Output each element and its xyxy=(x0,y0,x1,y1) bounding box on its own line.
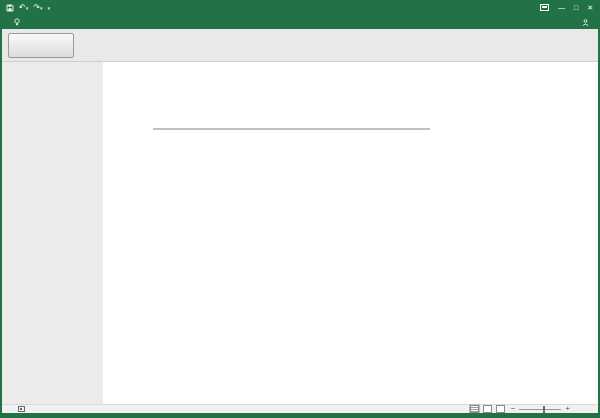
ribbon-display-options-icon[interactable] xyxy=(540,4,549,11)
zoom-out-icon[interactable]: − xyxy=(511,405,516,413)
quick-access-toolbar: ↶▾ ↷▾ ▾ xyxy=(6,4,50,12)
window-edge-bottom xyxy=(0,413,600,418)
page-break-view-icon[interactable] xyxy=(496,405,505,413)
zoom-slider[interactable] xyxy=(519,409,561,410)
options-sidebar xyxy=(2,62,103,404)
zoom-in-icon[interactable]: + xyxy=(565,405,570,413)
tell-me-box[interactable] xyxy=(14,18,23,26)
close-button[interactable]: ✕ xyxy=(587,4,593,11)
view-shortcuts xyxy=(470,405,505,413)
main-content xyxy=(103,62,598,404)
navigation-menu-table xyxy=(153,128,430,130)
person-icon xyxy=(582,19,589,26)
customize-qat-icon[interactable]: ▾ xyxy=(47,4,50,12)
window-edge-left xyxy=(0,29,2,418)
excel-window: ↶▾ ↷▾ ▾ — □ ✕ xyxy=(0,0,600,418)
template-options-panel xyxy=(2,62,598,404)
save-icon[interactable] xyxy=(6,4,14,12)
page-layout-view-icon[interactable] xyxy=(483,405,492,413)
ribbon-tab-row xyxy=(0,15,600,29)
lightbulb-icon xyxy=(14,18,20,26)
zoom-control: − + xyxy=(511,405,570,413)
save-update-template-button[interactable] xyxy=(8,33,74,58)
table-header-row xyxy=(154,129,429,130)
zoom-slider-thumb[interactable] xyxy=(543,406,545,413)
undo-icon[interactable]: ↶▾ xyxy=(19,4,28,12)
maximize-button[interactable]: □ xyxy=(574,4,578,11)
status-bar: − + xyxy=(0,404,600,413)
title-bar: ↶▾ ↷▾ ▾ — □ ✕ xyxy=(0,0,600,15)
share-button[interactable] xyxy=(582,19,592,26)
normal-view-icon[interactable] xyxy=(470,405,479,413)
macro-record-icon[interactable] xyxy=(18,406,25,412)
redo-icon[interactable]: ↷▾ xyxy=(33,4,42,12)
ribbon-content-band xyxy=(0,29,600,62)
minimize-button[interactable]: — xyxy=(558,4,565,11)
